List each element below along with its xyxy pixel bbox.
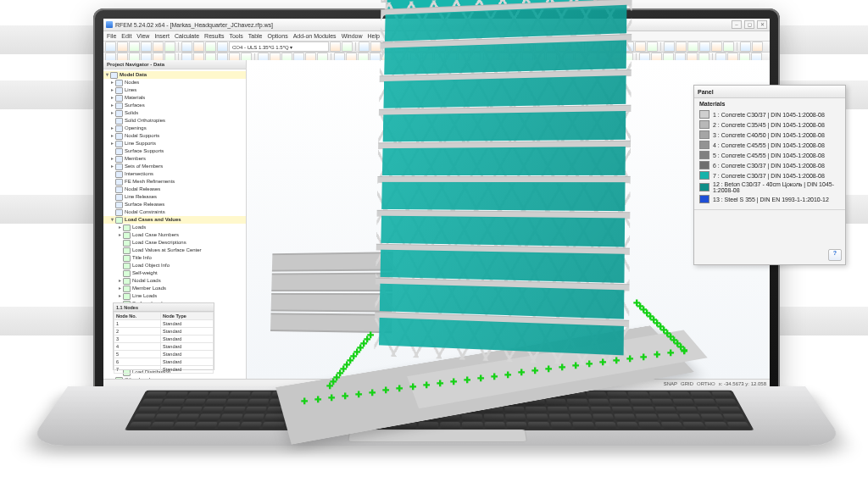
toolbar-button[interactable]: [570, 42, 581, 52]
menu-tools[interactable]: Tools: [229, 33, 242, 39]
tree-item[interactable]: ▸Member Loads: [103, 285, 246, 292]
table-row[interactable]: 6Standard: [114, 358, 214, 366]
col-header[interactable]: Node Type: [161, 313, 214, 320]
table-row[interactable]: 4Standard: [114, 343, 214, 351]
table-row[interactable]: 3Standard: [114, 336, 214, 343]
toolbar-button[interactable]: [523, 42, 534, 52]
toolbar-button[interactable]: [482, 42, 493, 52]
tree-item[interactable]: ▸Nodes: [103, 79, 246, 86]
toolbar-button[interactable]: [164, 42, 175, 52]
tree-item[interactable]: ▸Materials: [103, 94, 246, 102]
toolbar-button[interactable]: [447, 42, 458, 52]
tree-item[interactable]: ▸Openings: [103, 125, 246, 132]
toolbar-button[interactable]: [435, 42, 446, 52]
menu-view[interactable]: View: [136, 33, 149, 39]
material-legend-item[interactable]: 4 : Concrete C45/55 | DIN 1045-1:2008-08: [694, 140, 845, 150]
material-legend-item[interactable]: 6 : Concrete C30/37 | DIN 1045-1:2008-08: [694, 160, 845, 170]
tree-item[interactable]: ▸Solids: [103, 109, 246, 117]
toolbar-button[interactable]: [342, 42, 353, 52]
tree-item[interactable]: FE Mesh Refinements: [103, 178, 246, 186]
toolbar-button[interactable]: [370, 42, 381, 52]
toolbar-button[interactable]: [129, 42, 140, 52]
materials-panel[interactable]: Panel Materials 1 : Concrete C30/37 | DI…: [693, 85, 846, 265]
menu-file[interactable]: File: [107, 33, 116, 39]
toolbar-button[interactable]: [511, 42, 522, 52]
menu-insert[interactable]: Insert: [154, 33, 170, 39]
toolbar-button[interactable]: [406, 42, 417, 52]
toolbar-button[interactable]: [723, 42, 734, 52]
material-legend-item[interactable]: 1 : Concrete C30/37 | DIN 1045-1:2008-08: [694, 109, 845, 119]
tree-item[interactable]: Load Values at Surface Center: [103, 247, 246, 254]
toolbar-button[interactable]: [687, 42, 698, 52]
toolbar-button[interactable]: [470, 42, 481, 52]
tree-item[interactable]: ▾Load Cases and Values: [103, 216, 246, 224]
tree-item[interactable]: Load Case Descriptions: [103, 239, 246, 247]
toolbar-button[interactable]: [711, 42, 722, 52]
toolbar-button[interactable]: [193, 42, 204, 52]
toolbar-button[interactable]: [699, 42, 710, 52]
table-row[interactable]: 1Standard: [114, 320, 214, 328]
model-viewport[interactable]: [247, 60, 770, 380]
tree-item[interactable]: ▸Line Loads: [103, 292, 246, 300]
table-row[interactable]: 5Standard: [114, 351, 214, 358]
tree-item[interactable]: ▸Members: [103, 155, 246, 163]
toolbar-button[interactable]: [153, 42, 164, 52]
tree-item[interactable]: ▸Loads: [103, 224, 246, 231]
tree-item[interactable]: Title Info: [103, 254, 246, 262]
toolbar-button[interactable]: [359, 42, 370, 52]
toolbar-button[interactable]: [394, 42, 405, 52]
panel-title[interactable]: Panel: [694, 86, 845, 98]
tree-item[interactable]: ▸Load Case Numbers: [103, 231, 246, 239]
maximize-button[interactable]: ◻: [744, 20, 754, 29]
toolbar-button[interactable]: [676, 42, 687, 52]
toolbar-button[interactable]: [418, 42, 429, 52]
tree-item[interactable]: ▸Nodal Loads: [103, 277, 246, 285]
material-legend-item[interactable]: 13 : Steel S 355 | DIN EN 1993-1-1:2010-…: [694, 194, 845, 204]
toolbar-button[interactable]: [752, 42, 763, 52]
toolbar-button[interactable]: [611, 42, 622, 52]
toolbar-button[interactable]: [559, 42, 570, 52]
toolbar-button[interactable]: [330, 42, 341, 52]
tree-item[interactable]: ▸Line Supports: [103, 140, 246, 147]
menu-add-on-modules[interactable]: Add-on Modules: [293, 33, 337, 39]
toolbar-button[interactable]: [535, 42, 546, 52]
toolbar-button[interactable]: [547, 42, 558, 52]
menu-calculate[interactable]: Calculate: [175, 33, 199, 39]
col-header[interactable]: Node No.: [114, 313, 161, 320]
table-row[interactable]: 2Standard: [114, 328, 214, 336]
table-row[interactable]: 7Standard: [114, 366, 214, 374]
tree-item[interactable]: Line Releases: [103, 193, 246, 201]
toolbar-button[interactable]: [141, 42, 152, 52]
menu-help[interactable]: Help: [368, 33, 380, 39]
toolbar-button[interactable]: [181, 42, 192, 52]
tree-item[interactable]: Nodal Constraints: [103, 208, 246, 216]
toolbar-button[interactable]: [382, 42, 393, 52]
toolbar-button[interactable]: [459, 42, 470, 52]
tree-item[interactable]: Intersections: [103, 170, 246, 178]
toolbar-button[interactable]: [217, 42, 228, 52]
tree-item[interactable]: Surface Supports: [103, 147, 246, 155]
menu-results[interactable]: Results: [204, 33, 224, 39]
nodes-table-panel[interactable]: 1.1 Nodes Node No.Node Type1Standard2Sta…: [113, 302, 214, 370]
material-legend-item[interactable]: 2 : Concrete C35/45 | DIN 1045-1:2008-08: [694, 119, 845, 130]
tree-item[interactable]: ▸Surfaces: [103, 102, 246, 109]
tree-item[interactable]: Self-weight: [103, 269, 246, 277]
title-bar[interactable]: RFEM 5.24.02 x64 - [Markas_Headquarter_J…: [103, 19, 770, 31]
material-legend-item[interactable]: 12 : Beton C30/37 - 40cm Цоколь | DIN 10…: [694, 180, 845, 194]
tree-item[interactable]: ▸Lines: [103, 86, 246, 94]
tree-item[interactable]: Solid Orthotropies: [103, 117, 246, 125]
material-legend-item[interactable]: 3 : Concrete C40/50 | DIN 1045-1:2008-08: [694, 130, 845, 140]
tree-item[interactable]: ▸Sets of Members: [103, 163, 246, 170]
material-legend-item[interactable]: 5 : Concrete C45/55 | DIN 1045-1:2008-08: [694, 150, 845, 160]
menu-edit[interactable]: Edit: [121, 33, 131, 39]
minimize-button[interactable]: –: [732, 20, 742, 29]
toolbar-button[interactable]: [205, 42, 216, 52]
menu-window[interactable]: Window: [342, 33, 363, 39]
toolbar-button[interactable]: [664, 42, 675, 52]
close-button[interactable]: ✕: [757, 20, 767, 29]
toolbar-button[interactable]: [117, 42, 128, 52]
help-button[interactable]: ?: [828, 249, 842, 261]
toolbar-button[interactable]: [647, 42, 658, 52]
tree-item[interactable]: Nodal Releases: [103, 186, 246, 193]
material-legend-item[interactable]: 7 : Concrete C30/37 | DIN 1045-1:2008-08: [694, 170, 845, 180]
